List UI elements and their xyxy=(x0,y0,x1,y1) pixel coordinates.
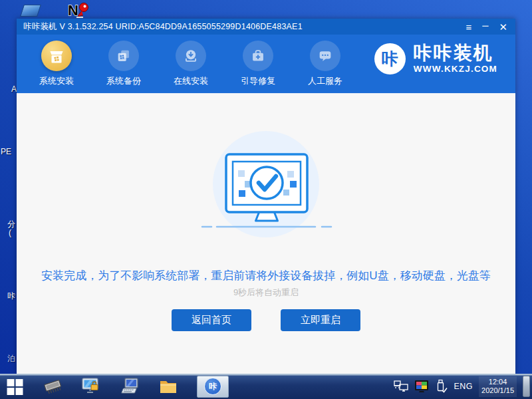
online-download-icon xyxy=(176,41,206,71)
windows-start-icon[interactable] xyxy=(7,378,23,395)
blue-screen-shortcut-icon[interactable] xyxy=(20,5,41,17)
show-desktop-button[interactable] xyxy=(523,376,530,397)
install-complete-message: 安装完成，为了不影响系统部署，重启前请将外接设备拔掉，例如U盘，移动硬盘，光盘等 xyxy=(17,268,515,283)
nav-label: 系统安装 xyxy=(31,75,82,87)
folder-icon[interactable] xyxy=(159,378,178,394)
language-indicator[interactable]: ENG xyxy=(454,382,473,391)
support-chat-icon xyxy=(310,41,340,71)
nav-item-system-install[interactable]: 系统安装 xyxy=(31,41,82,87)
desktop-label-fragment: 咔 xyxy=(7,291,15,302)
desktop-label-fragment: 泊 xyxy=(7,353,15,364)
brand-name: 咔咔装机 xyxy=(414,43,497,63)
kaka-logo-icon: 咔 xyxy=(374,43,406,74)
window-title: 咔咔装机 V 3.1.532.254 URID:A5C84DD9A1655055… xyxy=(23,21,303,33)
desktop-label-fragment: ( xyxy=(9,228,11,237)
menu-icon[interactable]: ≡ xyxy=(466,22,471,32)
kaka-installer-window: 咔咔装机 V 3.1.532.254 URID:A5C84DD9A1655055… xyxy=(17,19,515,374)
nav-item-online-install[interactable]: 在线安装 xyxy=(166,41,216,87)
memory-chip-icon[interactable] xyxy=(43,378,63,395)
desktop-label-fragment: PE xyxy=(1,147,11,156)
boot-repair-icon xyxy=(243,41,273,71)
nav-label: 引导修复 xyxy=(233,75,283,87)
install-box-icon xyxy=(41,41,72,71)
nav-label: 系统备份 xyxy=(98,75,149,87)
nav-item-boot-repair[interactable]: 引导修复 xyxy=(233,41,283,87)
network-icon[interactable] xyxy=(394,380,408,392)
nav-bar: 系统安装 xyxy=(17,35,515,93)
kaka-taskbar-logo: 咔 xyxy=(204,378,221,395)
desktop-label-fragment: A xyxy=(11,84,17,94)
display-lock-icon[interactable] xyxy=(82,378,100,396)
minimize-icon[interactable]: ─ xyxy=(482,21,488,31)
taskbar: 咔 xyxy=(0,374,532,399)
back-home-button[interactable]: 返回首页 xyxy=(172,309,251,331)
backup-copy-icon xyxy=(108,41,139,71)
nav-label: 在线安装 xyxy=(166,75,216,87)
auto-restart-countdown: 9秒后将自动重启 xyxy=(17,287,515,299)
brand-logo: 咔 咔咔装机 WWW.KKZJ.COM xyxy=(374,43,497,74)
nav-label: 人工服务 xyxy=(300,75,350,87)
clock-time: 12:04 xyxy=(481,378,514,387)
restart-now-button[interactable]: 立即重启 xyxy=(281,309,360,331)
nav-item-system-backup[interactable]: 系统备份 xyxy=(98,41,149,87)
kaka-app-icon[interactable]: 咔 xyxy=(197,376,229,398)
usb-icon[interactable] xyxy=(436,379,448,394)
keyboard-display-icon[interactable] xyxy=(120,378,140,396)
nav-item-support[interactable]: 人工服务 xyxy=(300,41,350,87)
clock[interactable]: 12:04 2020/1/15 xyxy=(479,376,517,397)
desktop: N A PE 分 ( 咔 泊 咔咔装机 V 3.1.532.254 URID:A… xyxy=(0,0,532,399)
title-bar: 咔咔装机 V 3.1.532.254 URID:A5C84DD9A1655055… xyxy=(17,19,515,35)
clock-date: 2020/1/15 xyxy=(481,386,514,396)
close-icon[interactable]: ✕ xyxy=(499,22,507,32)
main-content: 安装完成，为了不影响系统部署，重启前请将外接设备拔掉，例如U盘，移动硬盘，光盘等… xyxy=(17,93,515,374)
svg-text:N: N xyxy=(68,2,78,19)
color-display-icon[interactable] xyxy=(414,380,430,393)
monitor-check-icon xyxy=(193,127,339,246)
brand-site: WWW.KKZJ.COM xyxy=(414,63,497,74)
